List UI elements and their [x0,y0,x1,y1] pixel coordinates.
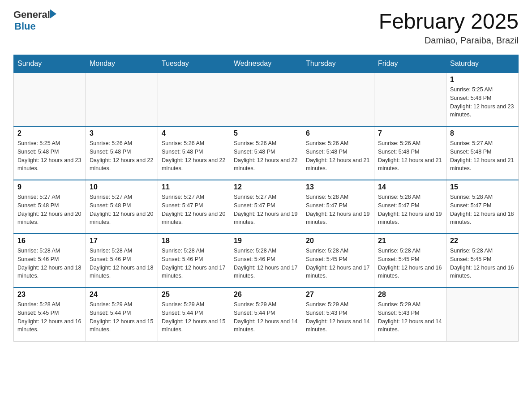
day-info: Sunrise: 5:26 AM Sunset: 5:48 PM Dayligh… [162,139,226,173]
calendar-cell: 1Sunrise: 5:25 AM Sunset: 5:48 PM Daylig… [446,73,519,126]
calendar-cell: 25Sunrise: 5:29 AM Sunset: 5:44 PM Dayli… [158,287,230,341]
day-info: Sunrise: 5:28 AM Sunset: 5:46 PM Dayligh… [162,247,226,280]
calendar-cell: 8Sunrise: 5:27 AM Sunset: 5:48 PM Daylig… [446,126,519,180]
day-info: Sunrise: 5:28 AM Sunset: 5:45 PM Dayligh… [17,300,82,334]
day-number: 8 [450,129,515,137]
day-info: Sunrise: 5:28 AM Sunset: 5:45 PM Dayligh… [306,247,370,280]
day-number: 22 [450,237,515,245]
day-number: 7 [378,129,442,137]
calendar-cell [14,73,86,126]
day-number: 23 [17,291,82,299]
calendar-cell: 21Sunrise: 5:28 AM Sunset: 5:45 PM Dayli… [374,234,446,287]
calendar-cell: 9Sunrise: 5:27 AM Sunset: 5:48 PM Daylig… [14,180,86,234]
calendar-cell: 4Sunrise: 5:26 AM Sunset: 5:48 PM Daylig… [158,126,230,180]
week-row-1: 1Sunrise: 5:25 AM Sunset: 5:48 PM Daylig… [14,73,519,126]
day-number: 4 [162,129,226,137]
column-header-friday: Friday [374,55,446,73]
calendar-cell: 14Sunrise: 5:28 AM Sunset: 5:47 PM Dayli… [374,180,446,234]
calendar-cell: 24Sunrise: 5:29 AM Sunset: 5:44 PM Dayli… [86,287,158,341]
day-info: Sunrise: 5:25 AM Sunset: 5:48 PM Dayligh… [17,139,82,173]
day-number: 18 [162,237,226,245]
calendar-cell: 13Sunrise: 5:28 AM Sunset: 5:47 PM Dayli… [302,180,374,234]
page-header: General Blue February 2025 Damiao, Parai… [13,9,519,46]
day-number: 28 [378,291,442,299]
week-row-5: 23Sunrise: 5:28 AM Sunset: 5:45 PM Dayli… [14,287,519,341]
day-number: 12 [234,183,298,191]
calendar-header-row: SundayMondayTuesdayWednesdayThursdayFrid… [14,55,519,73]
calendar-cell: 17Sunrise: 5:28 AM Sunset: 5:46 PM Dayli… [86,234,158,287]
title-area: February 2025 Damiao, Paraiba, Brazil [379,9,519,46]
day-info: Sunrise: 5:28 AM Sunset: 5:45 PM Dayligh… [450,247,515,280]
day-info: Sunrise: 5:29 AM Sunset: 5:44 PM Dayligh… [162,300,226,334]
day-number: 24 [90,291,154,299]
day-number: 26 [234,291,298,299]
week-row-2: 2Sunrise: 5:25 AM Sunset: 5:48 PM Daylig… [14,126,519,180]
calendar-cell: 12Sunrise: 5:27 AM Sunset: 5:47 PM Dayli… [230,180,302,234]
day-info: Sunrise: 5:28 AM Sunset: 5:47 PM Dayligh… [306,193,370,227]
calendar-cell: 16Sunrise: 5:28 AM Sunset: 5:46 PM Dayli… [14,234,86,287]
day-info: Sunrise: 5:27 AM Sunset: 5:47 PM Dayligh… [234,193,298,227]
day-number: 14 [378,183,442,191]
day-number: 25 [162,291,226,299]
day-number: 2 [17,129,82,137]
day-number: 11 [162,183,226,191]
column-header-tuesday: Tuesday [158,55,230,73]
day-info: Sunrise: 5:28 AM Sunset: 5:47 PM Dayligh… [378,193,442,227]
day-number: 27 [306,291,370,299]
column-header-wednesday: Wednesday [230,55,302,73]
day-number: 10 [90,183,154,191]
day-info: Sunrise: 5:26 AM Sunset: 5:48 PM Dayligh… [234,139,298,173]
logo: General Blue [13,9,56,32]
day-number: 19 [234,237,298,245]
calendar-cell: 3Sunrise: 5:26 AM Sunset: 5:48 PM Daylig… [86,126,158,180]
location-subtitle: Damiao, Paraiba, Brazil [379,35,519,46]
day-info: Sunrise: 5:29 AM Sunset: 5:44 PM Dayligh… [90,300,154,334]
day-info: Sunrise: 5:29 AM Sunset: 5:43 PM Dayligh… [378,300,442,334]
day-info: Sunrise: 5:28 AM Sunset: 5:46 PM Dayligh… [90,247,154,280]
calendar-cell: 10Sunrise: 5:27 AM Sunset: 5:48 PM Dayli… [86,180,158,234]
day-info: Sunrise: 5:28 AM Sunset: 5:47 PM Dayligh… [450,193,515,227]
day-number: 13 [306,183,370,191]
calendar-cell: 18Sunrise: 5:28 AM Sunset: 5:46 PM Dayli… [158,234,230,287]
column-header-saturday: Saturday [446,55,519,73]
calendar-cell [158,73,230,126]
day-number: 20 [306,237,370,245]
calendar-cell: 2Sunrise: 5:25 AM Sunset: 5:48 PM Daylig… [14,126,86,180]
calendar-cell: 23Sunrise: 5:28 AM Sunset: 5:45 PM Dayli… [14,287,86,341]
calendar-cell: 28Sunrise: 5:29 AM Sunset: 5:43 PM Dayli… [374,287,446,341]
day-number: 6 [306,129,370,137]
logo-general-text: General [13,9,50,21]
day-number: 16 [17,237,82,245]
calendar-cell [230,73,302,126]
day-info: Sunrise: 5:26 AM Sunset: 5:48 PM Dayligh… [90,139,154,173]
day-info: Sunrise: 5:26 AM Sunset: 5:48 PM Dayligh… [378,139,442,173]
calendar-cell: 22Sunrise: 5:28 AM Sunset: 5:45 PM Dayli… [446,234,519,287]
week-row-4: 16Sunrise: 5:28 AM Sunset: 5:46 PM Dayli… [14,234,519,287]
day-number: 1 [450,76,515,84]
day-number: 17 [90,237,154,245]
day-info: Sunrise: 5:26 AM Sunset: 5:48 PM Dayligh… [306,139,370,173]
day-number: 5 [234,129,298,137]
day-number: 21 [378,237,442,245]
calendar-cell [374,73,446,126]
calendar-cell: 6Sunrise: 5:26 AM Sunset: 5:48 PM Daylig… [302,126,374,180]
column-header-monday: Monday [86,55,158,73]
calendar-cell: 15Sunrise: 5:28 AM Sunset: 5:47 PM Dayli… [446,180,519,234]
day-info: Sunrise: 5:29 AM Sunset: 5:44 PM Dayligh… [234,300,298,334]
calendar-cell: 27Sunrise: 5:29 AM Sunset: 5:43 PM Dayli… [302,287,374,341]
calendar-cell [302,73,374,126]
day-info: Sunrise: 5:28 AM Sunset: 5:45 PM Dayligh… [378,247,442,280]
week-row-3: 9Sunrise: 5:27 AM Sunset: 5:48 PM Daylig… [14,180,519,234]
day-number: 9 [17,183,82,191]
day-info: Sunrise: 5:27 AM Sunset: 5:48 PM Dayligh… [450,139,515,173]
column-header-sunday: Sunday [14,55,86,73]
day-info: Sunrise: 5:29 AM Sunset: 5:43 PM Dayligh… [306,300,370,334]
day-info: Sunrise: 5:25 AM Sunset: 5:48 PM Dayligh… [450,86,515,119]
day-info: Sunrise: 5:28 AM Sunset: 5:46 PM Dayligh… [234,247,298,280]
day-info: Sunrise: 5:28 AM Sunset: 5:46 PM Dayligh… [17,247,82,280]
calendar-cell: 20Sunrise: 5:28 AM Sunset: 5:45 PM Dayli… [302,234,374,287]
column-header-thursday: Thursday [302,55,374,73]
calendar-cell: 7Sunrise: 5:26 AM Sunset: 5:48 PM Daylig… [374,126,446,180]
day-info: Sunrise: 5:27 AM Sunset: 5:48 PM Dayligh… [90,193,154,227]
logo-arrow-icon [50,9,56,18]
